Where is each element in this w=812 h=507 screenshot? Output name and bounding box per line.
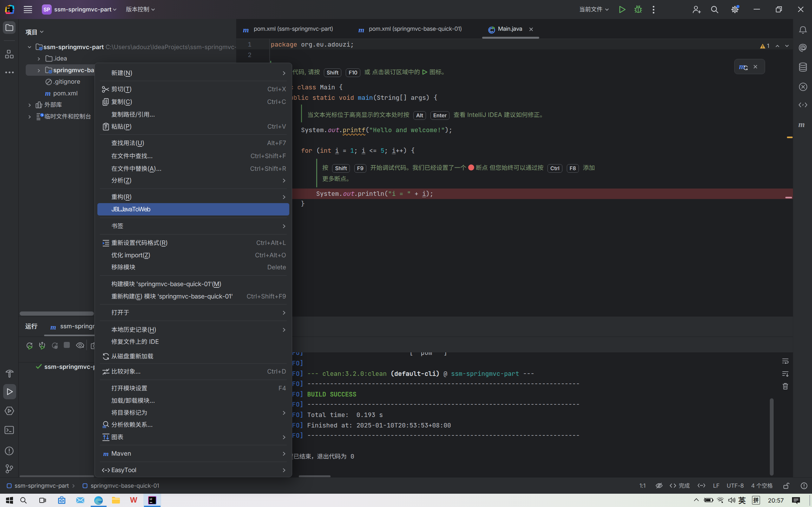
svg-text:IJ: IJ [7, 7, 9, 9]
svg-text:IJ: IJ [150, 498, 152, 501]
